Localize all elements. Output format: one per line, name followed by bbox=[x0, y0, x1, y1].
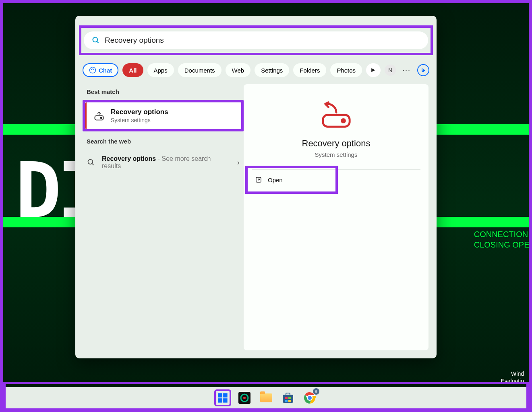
filter-all[interactable]: All bbox=[122, 63, 143, 77]
bing-chat-button[interactable] bbox=[417, 64, 429, 76]
svg-rect-11 bbox=[223, 393, 228, 397]
wallpaper-subtext: CONNECTION TERM CLOSING OPEN PO bbox=[474, 229, 529, 250]
taskbar-chrome[interactable]: 8 bbox=[301, 389, 318, 406]
best-match-highlight: Recovery options System settings bbox=[83, 100, 244, 131]
search-icon bbox=[92, 36, 100, 44]
preview-subtitle: System settings bbox=[244, 151, 428, 158]
filter-web[interactable]: Web bbox=[226, 63, 251, 77]
svg-rect-19 bbox=[285, 397, 288, 399]
preview-title: Recovery options bbox=[244, 138, 428, 149]
more-menu[interactable]: ··· bbox=[402, 66, 411, 75]
svg-rect-12 bbox=[218, 398, 222, 403]
filter-documents[interactable]: Documents bbox=[178, 63, 221, 77]
taskbar-app-dashboard[interactable] bbox=[236, 389, 253, 406]
svg-point-4 bbox=[101, 117, 102, 119]
best-match-title: Recovery options bbox=[111, 108, 168, 116]
recovery-icon-large bbox=[321, 101, 352, 129]
play-icon bbox=[371, 68, 376, 73]
best-match-heading: Best match bbox=[87, 88, 244, 95]
search-icon bbox=[87, 158, 95, 167]
filter-photos[interactable]: Photos bbox=[330, 63, 362, 77]
search-bar[interactable] bbox=[84, 31, 428, 49]
open-button[interactable]: Open bbox=[248, 168, 335, 191]
svg-rect-20 bbox=[288, 397, 291, 399]
svg-point-8 bbox=[342, 119, 345, 123]
taskbar-store[interactable] bbox=[279, 389, 296, 406]
open-icon bbox=[255, 176, 262, 183]
chrome-badge: 8 bbox=[313, 388, 319, 395]
filter-chat[interactable]: Chat bbox=[83, 63, 118, 77]
svg-line-6 bbox=[92, 164, 94, 165]
start-button[interactable] bbox=[214, 389, 231, 406]
chevron-right-icon: › bbox=[237, 158, 240, 167]
chat-icon bbox=[89, 67, 96, 74]
filter-settings[interactable]: Settings bbox=[255, 63, 289, 77]
result-preview-panel: Recovery options System settings Open bbox=[244, 84, 428, 350]
taskbar[interactable]: 8 bbox=[3, 387, 529, 409]
bing-icon bbox=[420, 67, 426, 73]
store-icon bbox=[282, 392, 294, 404]
open-highlight: Open bbox=[245, 166, 338, 194]
windows-watermark: Wind Evaluatio bbox=[501, 370, 524, 385]
search-web-heading: Search the web bbox=[87, 138, 244, 145]
web-result-item[interactable]: Recovery options - See more search resul… bbox=[83, 150, 244, 175]
taskbar-file-explorer[interactable] bbox=[258, 389, 275, 406]
folder-icon bbox=[260, 393, 272, 402]
desktop-wallpaper: DI D CONNECTION TERM CLOSING OPEN PO Win… bbox=[3, 3, 529, 409]
filter-apps[interactable]: Apps bbox=[147, 63, 174, 77]
searchbar-highlight bbox=[79, 25, 433, 55]
best-match-item[interactable]: Recovery options System settings bbox=[85, 102, 241, 129]
start-search-panel: Chat All Apps Documents Web Settings Fol… bbox=[75, 16, 437, 358]
results-left-column: Best match Recovery options System setti… bbox=[83, 88, 244, 175]
svg-rect-13 bbox=[223, 398, 228, 403]
filter-row: Chat All Apps Documents Web Settings Fol… bbox=[83, 61, 429, 79]
svg-point-16 bbox=[243, 397, 246, 399]
search-input[interactable] bbox=[105, 36, 420, 45]
svg-line-1 bbox=[97, 42, 99, 43]
svg-point-2 bbox=[90, 67, 96, 73]
gauge-icon bbox=[238, 392, 250, 404]
svg-point-0 bbox=[93, 37, 98, 42]
recovery-icon bbox=[93, 110, 105, 122]
filter-overflow[interactable] bbox=[366, 63, 381, 77]
svg-rect-10 bbox=[218, 393, 222, 397]
svg-rect-21 bbox=[285, 400, 288, 402]
best-match-subtitle: System settings bbox=[111, 117, 168, 123]
windows-icon bbox=[217, 392, 228, 404]
svg-point-5 bbox=[88, 160, 93, 164]
svg-rect-18 bbox=[286, 393, 290, 395]
svg-rect-22 bbox=[288, 400, 291, 402]
user-avatar[interactable]: N bbox=[385, 65, 396, 76]
filter-folders[interactable]: Folders bbox=[293, 63, 326, 77]
web-result-text: Recovery options - See more search resul… bbox=[102, 155, 231, 170]
